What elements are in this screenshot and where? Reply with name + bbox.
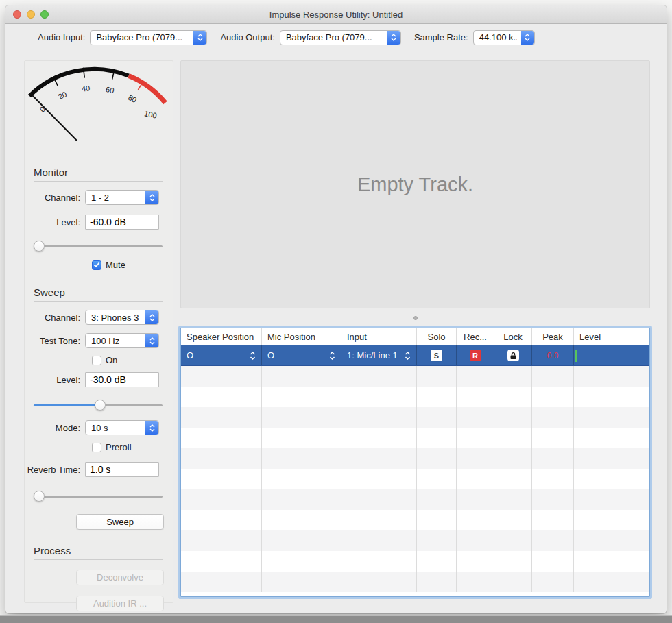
monitor-channel-label: Channel: [25, 193, 85, 203]
slider-thumb[interactable] [34, 491, 45, 502]
table-row-empty[interactable] [181, 510, 649, 530]
monitor-level-slider[interactable] [34, 241, 163, 252]
column-header-lock[interactable]: Lock [494, 328, 532, 345]
level-cell [574, 345, 649, 365]
column-header-speaker-position[interactable]: Speaker Position [181, 328, 262, 345]
table-row-empty[interactable] [181, 387, 649, 407]
sample-rate-value: 44.100 k... [479, 32, 517, 42]
right-column: Empty Track. Speaker Position Mic Positi… [180, 60, 650, 597]
vu-meter: 0 20 40 60 80 100 [25, 62, 174, 158]
table-row-empty[interactable] [181, 489, 649, 510]
table-row-empty[interactable] [181, 407, 649, 428]
column-header-rec[interactable]: Rec... [457, 328, 494, 345]
reverb-time-label: Reverb Time: [25, 465, 85, 475]
audio-input-value: Babyface Pro (7079... [96, 32, 182, 42]
mode-value: 10 s [91, 423, 108, 433]
meter-tick-100: 100 [143, 109, 157, 120]
splitter-handle-icon[interactable] [413, 316, 418, 320]
preroll-checkbox[interactable] [92, 443, 101, 452]
mute-checkbox-row: Mute [92, 260, 173, 270]
splitter[interactable] [180, 308, 650, 328]
monitor-heading: Monitor [34, 167, 163, 182]
table-row-empty[interactable] [181, 428, 649, 448]
reverb-time-field[interactable] [85, 462, 159, 477]
column-header-level[interactable]: Level [574, 328, 649, 345]
test-tone-popup[interactable]: 100 Hz [85, 333, 159, 348]
sweep-button[interactable]: Sweep [76, 514, 164, 530]
table-header: Speaker Position Mic Position Input Solo… [181, 328, 649, 345]
rec-cell: R [457, 345, 494, 365]
mic-position-value: O [267, 350, 274, 361]
table-row-selected[interactable]: O O 1: Mic/Line 1 [181, 345, 649, 366]
audition-ir-button[interactable]: Audition IR ... [76, 596, 164, 611]
chevron-updown-icon [145, 334, 158, 347]
preroll-label: Preroll [106, 442, 132, 452]
on-label: On [106, 355, 117, 365]
toolbar: Audio Input: Babyface Pro (7079... Audio… [5, 24, 667, 51]
meter-needle [30, 93, 77, 141]
sweep-level-slider[interactable] [34, 400, 163, 411]
slider-thumb[interactable] [34, 241, 45, 252]
table-row-empty[interactable] [181, 551, 649, 572]
table-row-empty[interactable] [181, 530, 649, 551]
mute-checkbox[interactable] [92, 260, 101, 270]
column-header-solo[interactable]: Solo [417, 328, 457, 345]
chevron-updown-icon [145, 310, 158, 324]
chevron-updown-icon [329, 351, 335, 361]
minimize-button[interactable] [27, 10, 35, 19]
deconvolve-button[interactable]: Deconvolve [76, 570, 164, 585]
chevron-updown-icon [405, 351, 411, 361]
reverb-time-slider[interactable] [34, 491, 163, 502]
mic-position-cell[interactable]: O [262, 345, 341, 365]
table-row-empty[interactable] [181, 469, 649, 489]
preroll-checkbox-row: Preroll [92, 442, 173, 452]
meter-tick-60: 60 [105, 85, 115, 95]
table-row-empty[interactable] [181, 572, 649, 592]
column-header-peak[interactable]: Peak [532, 328, 574, 345]
sample-rate-popup[interactable]: 44.100 k... [473, 30, 535, 45]
audio-output-popup[interactable]: Babyface Pro (7079... [280, 30, 401, 45]
window-controls [13, 5, 49, 23]
positions-table: Speaker Position Mic Position Input Solo… [180, 328, 650, 597]
solo-button[interactable]: S [431, 350, 442, 361]
peak-value: 0.0 [533, 351, 572, 361]
table-row-empty[interactable] [181, 448, 649, 469]
monitor-channel-popup[interactable]: 1 - 2 [85, 190, 159, 205]
column-header-mic-position[interactable]: Mic Position [262, 328, 341, 345]
speaker-position-cell[interactable]: O [181, 345, 262, 365]
on-checkbox[interactable] [92, 356, 101, 365]
record-button[interactable]: R [470, 350, 481, 361]
input-cell[interactable]: 1: Mic/Line 1 [341, 345, 417, 365]
sweep-level-field[interactable] [85, 372, 159, 387]
table-row-empty[interactable] [181, 366, 649, 387]
column-header-input[interactable]: Input [341, 328, 417, 345]
level-meter [575, 350, 577, 362]
audio-output-label: Audio Output: [220, 32, 275, 42]
title-bar: Impulse Response Utility: Untitled [5, 5, 667, 24]
mode-popup[interactable]: 10 s [85, 420, 159, 435]
on-checkbox-row: On [92, 355, 173, 365]
audio-input-popup[interactable]: Babyface Pro (7079... [90, 30, 207, 45]
desktop-edge [0, 615, 672, 623]
lock-cell [494, 345, 532, 365]
sweep-heading: Sweep [34, 286, 163, 302]
lock-icon[interactable] [507, 350, 519, 361]
zoom-button[interactable] [40, 10, 49, 19]
slider-thumb[interactable] [95, 400, 106, 411]
sweep-channel-popup[interactable]: 3: Phones 3 [85, 310, 159, 325]
input-value: 1: Mic/Line 1 [347, 350, 398, 361]
meter-tick-20: 20 [57, 90, 68, 101]
close-button[interactable] [13, 10, 21, 19]
sweep-level-label: Level: [25, 375, 85, 385]
peak-cell: 0.0 [532, 345, 574, 365]
control-panel: 0 20 40 60 80 100 Monitor Channel: 1 - 2… [24, 60, 173, 603]
audio-output-value: Babyface Pro (7079... [286, 32, 372, 42]
mute-label: Mute [106, 260, 125, 270]
sample-rate-label: Sample Rate: [414, 32, 468, 42]
chevron-updown-icon [521, 31, 534, 45]
monitor-level-field[interactable] [85, 215, 159, 230]
meter-tick-40: 40 [81, 84, 91, 93]
monitor-level-label: Level: [25, 217, 85, 228]
window-title: Impulse Response Utility: Untitled [269, 10, 403, 20]
monitor-channel-value: 1 - 2 [91, 193, 109, 203]
